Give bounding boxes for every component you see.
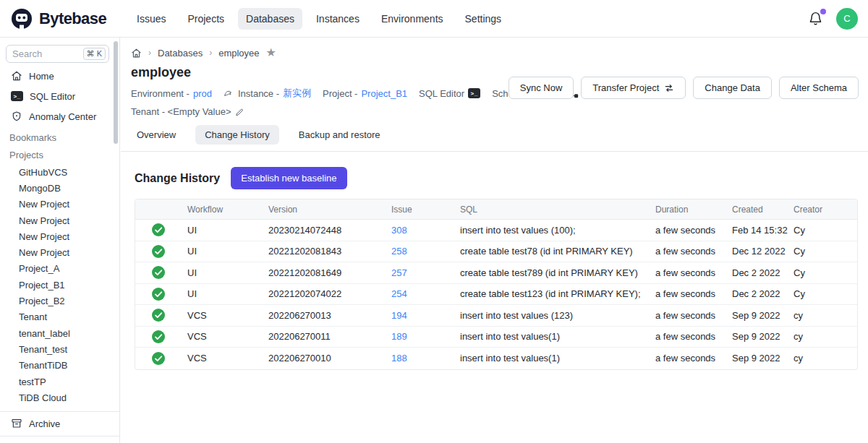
sidebar-project-tenant-label[interactable]: tenant_label xyxy=(0,325,119,341)
issue-link[interactable]: 258 xyxy=(391,246,460,257)
issue-link[interactable]: 189 xyxy=(391,331,460,342)
breadcrumb-home-icon[interactable] xyxy=(131,48,142,59)
issue-link[interactable]: 254 xyxy=(391,288,460,299)
cell-version: 202206270010 xyxy=(268,353,391,364)
nav-settings[interactable]: Settings xyxy=(457,8,510,30)
success-check-icon xyxy=(135,266,187,279)
cell-duration: a few seconds xyxy=(655,267,732,278)
table-row[interactable]: UI 20221202081649 257 create table test7… xyxy=(135,262,857,284)
sidebar-project-tenant[interactable]: Tenant xyxy=(0,309,119,325)
cell-sql: insert into test values(1) xyxy=(460,353,655,364)
change-history-table: Workflow Version Issue SQL Duration Crea… xyxy=(135,199,858,370)
sidebar-project-tenanttidb[interactable]: TenantTiDB xyxy=(0,358,119,374)
project-list: GitHubVCS MongoDB New Project New Projec… xyxy=(0,164,119,405)
sidebar-divider xyxy=(0,411,119,412)
table-row[interactable]: UI 20221202081843 258 create table test7… xyxy=(135,241,857,263)
plan-label[interactable]: Enterprise Plan xyxy=(0,436,119,443)
sidebar-project-tenant-test[interactable]: Tenant_test xyxy=(0,341,119,357)
sidebar-item-archive[interactable]: Archive xyxy=(0,413,119,434)
edit-pencil-icon[interactable] xyxy=(235,107,245,117)
sidebar-project-new-project-1[interactable]: New Project xyxy=(0,197,119,212)
instance-link[interactable]: 新实例 xyxy=(283,87,311,100)
database-tabs: Overview Change History Backup and resto… xyxy=(121,117,868,145)
sidebar-project-project-a[interactable]: Project_A xyxy=(0,261,119,277)
nav-databases[interactable]: Databases xyxy=(238,8,302,30)
bytebase-logo[interactable]: Bytebase xyxy=(0,7,120,30)
breadcrumb: › Databases › employee ★ xyxy=(121,38,868,59)
sidebar-project-new-project-2[interactable]: New Project xyxy=(0,212,119,228)
cell-creator: Cy xyxy=(793,267,858,278)
sidebar-project-mongodb[interactable]: MongoDB xyxy=(0,180,119,196)
sidebar-project-tidb-cloud[interactable]: TiDB Cloud xyxy=(0,390,119,405)
success-check-icon xyxy=(135,223,187,236)
sidebar-scrollbar[interactable] xyxy=(114,41,118,144)
cell-sql: insert into test values (100); xyxy=(460,225,655,236)
user-avatar[interactable]: C xyxy=(836,8,858,30)
success-check-icon xyxy=(135,309,187,322)
cell-version: 202206270011 xyxy=(268,331,391,342)
table-row[interactable]: VCS 202206270013 194 insert into test va… xyxy=(135,305,857,327)
cell-sql: insert into test values(1) xyxy=(460,331,655,342)
sidebar-project-new-project-4[interactable]: New Project xyxy=(0,244,119,260)
issue-link[interactable]: 188 xyxy=(391,353,460,364)
issue-link[interactable]: 257 xyxy=(391,267,460,278)
cell-duration: a few seconds xyxy=(655,246,732,257)
tab-change-history[interactable]: Change History xyxy=(195,125,279,145)
action-buttons: Sync Now Transfer Project Change Data Al… xyxy=(509,77,859,99)
sidebar-item-sql-editor[interactable]: >_ SQL Editor xyxy=(0,86,119,106)
column-version: Version xyxy=(268,205,391,215)
cell-created: Dec 2 2022 xyxy=(732,288,793,299)
sql-editor-meta[interactable]: SQL Editor >_ xyxy=(419,88,480,99)
table-row[interactable]: VCS 202206270011 189 insert into test va… xyxy=(135,327,857,348)
nav-projects[interactable]: Projects xyxy=(179,8,232,30)
tab-overview[interactable]: Overview xyxy=(127,125,185,145)
cell-created: Feb 14 15:32 xyxy=(732,225,793,236)
sidebar-item-label: Home xyxy=(29,71,54,82)
transfer-project-button[interactable]: Transfer Project xyxy=(581,77,686,99)
top-bar-right: C xyxy=(808,8,868,30)
breadcrumb-databases[interactable]: Databases xyxy=(158,48,203,59)
change-history-heading: Change History xyxy=(135,172,220,185)
search-box[interactable]: ⌘ K xyxy=(6,45,109,63)
cell-duration: a few seconds xyxy=(655,310,732,321)
cell-created: Dec 12 2022 xyxy=(732,246,793,257)
table-row[interactable]: UI 20221202074022 254 create table test1… xyxy=(135,284,857,306)
issue-link[interactable]: 194 xyxy=(391,310,460,321)
tenant-meta: Tenant - <Empty Value> xyxy=(131,106,245,117)
table-row[interactable]: UI 20230214072448 308 insert into test v… xyxy=(135,220,857,241)
issue-link[interactable]: 308 xyxy=(391,225,460,236)
alter-schema-button[interactable]: Alter Schema xyxy=(779,77,859,99)
tab-backup-and-restore[interactable]: Backup and restore xyxy=(289,125,390,145)
sidebar-project-githubvcs[interactable]: GitHubVCS xyxy=(0,164,119,180)
tenant-label: Tenant - <Empty Value> xyxy=(131,106,231,117)
sidebar-project-project-b1[interactable]: Project_B1 xyxy=(0,277,119,293)
search-input[interactable] xyxy=(12,48,83,59)
change-data-button[interactable]: Change Data xyxy=(693,77,772,99)
sync-now-button[interactable]: Sync Now xyxy=(509,77,574,99)
nav-instances[interactable]: Instances xyxy=(308,8,367,30)
notification-bell-icon[interactable] xyxy=(808,11,823,26)
bookmarks-section-label: Bookmarks xyxy=(0,131,119,144)
sidebar-item-home[interactable]: Home xyxy=(0,66,119,86)
archive-icon xyxy=(11,418,22,429)
cell-workflow: UI xyxy=(187,246,268,257)
table-header-row: Workflow Version Issue SQL Duration Crea… xyxy=(135,199,857,220)
sidebar-project-project-b2[interactable]: Project_B2 xyxy=(0,293,119,309)
sidebar-project-new-project-3[interactable]: New Project xyxy=(0,228,119,244)
favorite-star-icon[interactable]: ★ xyxy=(266,47,276,59)
sidebar-item-label: SQL Editor xyxy=(30,91,75,102)
column-sql: SQL xyxy=(460,205,655,215)
cell-creator: Cy xyxy=(793,288,858,299)
sidebar-project-testtp[interactable]: testTP xyxy=(0,374,119,390)
breadcrumb-current[interactable]: employee xyxy=(218,48,259,59)
sidebar-item-anomaly-center[interactable]: Anomaly Center xyxy=(0,106,119,126)
environment-link[interactable]: prod xyxy=(193,88,212,99)
table-row[interactable]: VCS 202206270010 188 insert into test va… xyxy=(135,348,857,369)
project-link[interactable]: Project_B1 xyxy=(361,88,407,99)
nav-issues[interactable]: Issues xyxy=(129,8,174,30)
nav-environments[interactable]: Environments xyxy=(373,8,451,30)
cell-sql: create table test789 (id int PRIMARY KEY… xyxy=(460,267,655,278)
cell-sql: insert into test values (123) xyxy=(460,310,655,321)
column-creator: Creator xyxy=(793,205,858,215)
establish-baseline-button[interactable]: Establish new baseline xyxy=(231,167,346,189)
